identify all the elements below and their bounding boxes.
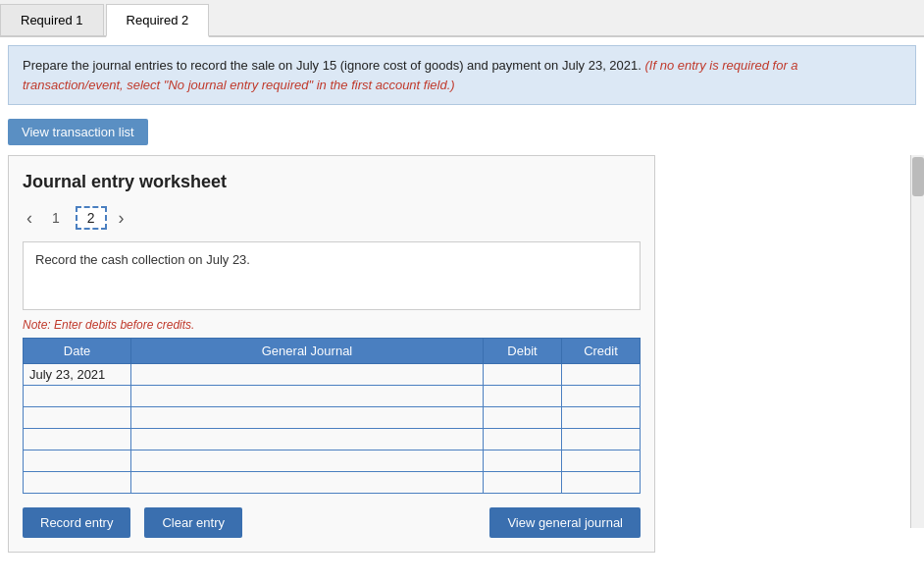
cell-debit-5[interactable] (484, 472, 562, 494)
cell-debit-4[interactable] (484, 450, 562, 472)
record-entry-button[interactable]: Record entry (23, 507, 130, 538)
input-credit-1[interactable] (562, 386, 640, 406)
action-buttons: Record entry Clear entry View general jo… (23, 507, 641, 538)
pagination: ‹ 1 2 › (23, 206, 641, 230)
cell-gj-3[interactable] (131, 429, 484, 450)
scrollbar-thumb[interactable] (912, 157, 924, 196)
input-debit-4[interactable] (484, 450, 561, 471)
cell-gj-0[interactable] (131, 364, 484, 386)
cell-date-3 (24, 429, 131, 450)
input-gj-2[interactable] (131, 407, 483, 428)
cell-debit-2[interactable] (484, 407, 562, 429)
view-transaction-button[interactable]: View transaction list (8, 119, 148, 145)
table-row (24, 450, 641, 472)
cell-credit-4[interactable] (562, 450, 641, 472)
table-row (24, 429, 641, 450)
next-page-button[interactable]: › (115, 208, 128, 229)
input-debit-5[interactable] (484, 472, 561, 493)
cell-debit-0[interactable] (484, 364, 562, 386)
table-row: July 23, 2021 (24, 364, 641, 386)
cell-gj-4[interactable] (131, 450, 484, 472)
input-credit-0[interactable] (562, 364, 640, 385)
cell-gj-1[interactable] (131, 386, 484, 407)
tabs-bar: Required 1 Required 2 (0, 0, 924, 37)
cell-gj-5[interactable] (131, 472, 484, 494)
input-gj-1[interactable] (131, 386, 483, 406)
description-text: Record the cash collection on July 23. (35, 252, 250, 267)
table-row (24, 407, 641, 429)
tab-required2[interactable]: Required 2 (106, 4, 210, 37)
page-1[interactable]: 1 (44, 208, 68, 228)
scrollbar-track[interactable] (910, 155, 924, 528)
input-debit-1[interactable] (484, 386, 561, 406)
input-gj-0[interactable] (131, 364, 483, 385)
worksheet-container: Journal entry worksheet ‹ 1 2 › Record t… (8, 155, 655, 553)
prev-page-button[interactable]: ‹ (23, 208, 36, 229)
cell-gj-2[interactable] (131, 407, 484, 429)
info-box: Prepare the journal entries to record th… (8, 45, 916, 105)
input-credit-5[interactable] (562, 472, 640, 493)
cell-date-4 (24, 450, 131, 472)
input-gj-5[interactable] (131, 472, 483, 493)
col-header-debit: Debit (484, 339, 562, 364)
cell-credit-2[interactable] (562, 407, 641, 429)
input-gj-4[interactable] (131, 450, 483, 471)
cell-date-1 (24, 386, 131, 407)
page-2[interactable]: 2 (76, 206, 107, 230)
cell-credit-0[interactable] (562, 364, 641, 386)
input-debit-2[interactable] (484, 407, 561, 428)
cell-debit-1[interactable] (484, 386, 562, 407)
cell-date-2 (24, 407, 131, 429)
note-text: Note: Enter debits before credits. (23, 318, 641, 332)
clear-entry-button[interactable]: Clear entry (144, 507, 242, 538)
cell-credit-1[interactable] (562, 386, 641, 407)
tab-required1[interactable]: Required 1 (0, 4, 104, 35)
input-gj-3[interactable] (131, 429, 483, 450)
table-row (24, 386, 641, 407)
input-debit-0[interactable] (484, 364, 561, 385)
input-debit-3[interactable] (484, 429, 561, 450)
col-header-date: Date (24, 339, 131, 364)
input-credit-3[interactable] (562, 429, 640, 450)
view-general-journal-button[interactable]: View general journal (489, 507, 641, 538)
cell-date-0: July 23, 2021 (24, 364, 131, 386)
cell-credit-5[interactable] (562, 472, 641, 494)
cell-credit-3[interactable] (562, 429, 641, 450)
worksheet-title: Journal entry worksheet (23, 172, 641, 192)
input-credit-2[interactable] (562, 407, 640, 428)
description-box: Record the cash collection on July 23. (23, 241, 641, 310)
journal-table: Date General Journal Debit Credit July 2… (23, 338, 641, 494)
input-credit-4[interactable] (562, 450, 640, 471)
cell-debit-3[interactable] (484, 429, 562, 450)
cell-date-5 (24, 472, 131, 494)
info-main-text: Prepare the journal entries to record th… (23, 58, 642, 73)
table-row (24, 472, 641, 494)
col-header-credit: Credit (562, 339, 641, 364)
col-header-gj: General Journal (131, 339, 484, 364)
